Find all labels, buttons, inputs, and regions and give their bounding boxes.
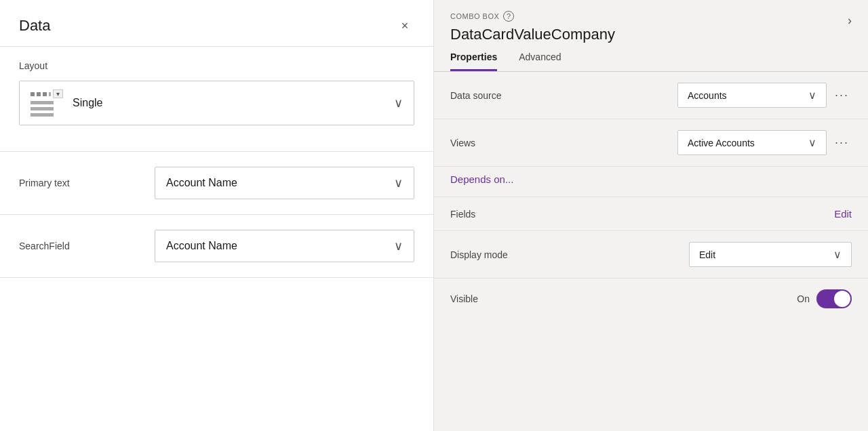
layout-selector[interactable]: ▾ Single ∨ <box>19 81 414 125</box>
tabs-row: Properties Advanced <box>434 52 868 72</box>
primary-text-chevron-icon: ∨ <box>394 176 403 190</box>
fields-row: Fields Edit <box>434 197 868 231</box>
layout-label: Layout <box>19 60 414 71</box>
views-more-button[interactable]: ··· <box>832 136 852 150</box>
search-field-row: SearchField Account Name ∨ <box>0 215 433 278</box>
help-icon[interactable]: ? <box>503 11 514 22</box>
data-source-row: Data source Accounts ∨ ··· <box>434 72 868 119</box>
layout-value: Single <box>73 97 102 109</box>
search-field-chevron-icon: ∨ <box>394 239 403 253</box>
fields-label: Fields <box>450 209 613 220</box>
primary-text-value: Account Name <box>166 177 237 189</box>
depends-on-link[interactable]: Depends on... <box>450 173 513 185</box>
search-field-value: Account Name <box>166 240 237 252</box>
views-chevron-icon: ∨ <box>808 136 816 149</box>
right-header: COMBO BOX ? DataCardValueCompany › <box>434 0 868 43</box>
tab-properties[interactable]: Properties <box>450 52 497 71</box>
display-mode-label: Display mode <box>450 249 613 260</box>
visible-row: Visible On <box>434 279 868 319</box>
display-mode-row: Display mode Edit ∨ <box>434 231 868 279</box>
fields-edit-button[interactable]: Edit <box>834 208 852 220</box>
data-source-value: Accounts <box>688 90 727 101</box>
expand-button[interactable]: › <box>848 14 852 28</box>
views-label: Views <box>450 138 613 148</box>
visible-label: Visible <box>450 293 613 304</box>
primary-text-dropdown[interactable]: Account Name ∨ <box>155 167 414 199</box>
combo-box-label: COMBO BOX ? <box>450 11 615 22</box>
layout-icon: ▾ <box>31 89 63 117</box>
depends-on-row: Depends on... <box>434 167 868 197</box>
left-panel: Data × Layout ▾ <box>0 0 434 431</box>
panel-title: Data <box>19 17 50 35</box>
data-source-dropdown[interactable]: Accounts ∨ <box>677 83 827 108</box>
data-source-more-button[interactable]: ··· <box>832 88 852 102</box>
data-source-chevron-icon: ∨ <box>808 89 816 102</box>
display-mode-chevron-icon: ∨ <box>833 248 842 261</box>
display-mode-dropdown[interactable]: Edit ∨ <box>689 242 852 267</box>
layout-dropdown-mini: ▾ <box>53 89 63 98</box>
layout-chevron-icon: ∨ <box>394 96 403 110</box>
right-panel: COMBO BOX ? DataCardValueCompany › Prope… <box>434 0 868 431</box>
visible-toggle[interactable] <box>816 289 852 308</box>
views-value: Active Accounts <box>688 138 755 148</box>
display-mode-value: Edit <box>699 249 715 260</box>
primary-text-label: Primary text <box>19 178 155 188</box>
properties-body: Data source Accounts ∨ ··· Views Active … <box>434 72 868 431</box>
search-field-label: SearchField <box>19 241 155 251</box>
data-source-label: Data source <box>450 90 613 101</box>
tab-advanced[interactable]: Advanced <box>519 52 561 71</box>
views-row: Views Active Accounts ∨ ··· <box>434 119 868 167</box>
toggle-on-label: On <box>797 293 810 304</box>
component-name: DataCardValueCompany <box>450 26 615 43</box>
views-dropdown[interactable]: Active Accounts ∨ <box>677 130 827 155</box>
primary-text-row: Primary text Account Name ∨ <box>0 152 433 215</box>
search-field-dropdown[interactable]: Account Name ∨ <box>155 230 414 262</box>
left-header: Data × <box>0 0 433 47</box>
layout-section: Layout ▾ Sing <box>0 47 433 135</box>
toggle-thumb <box>834 291 850 307</box>
close-button[interactable]: × <box>395 16 414 35</box>
